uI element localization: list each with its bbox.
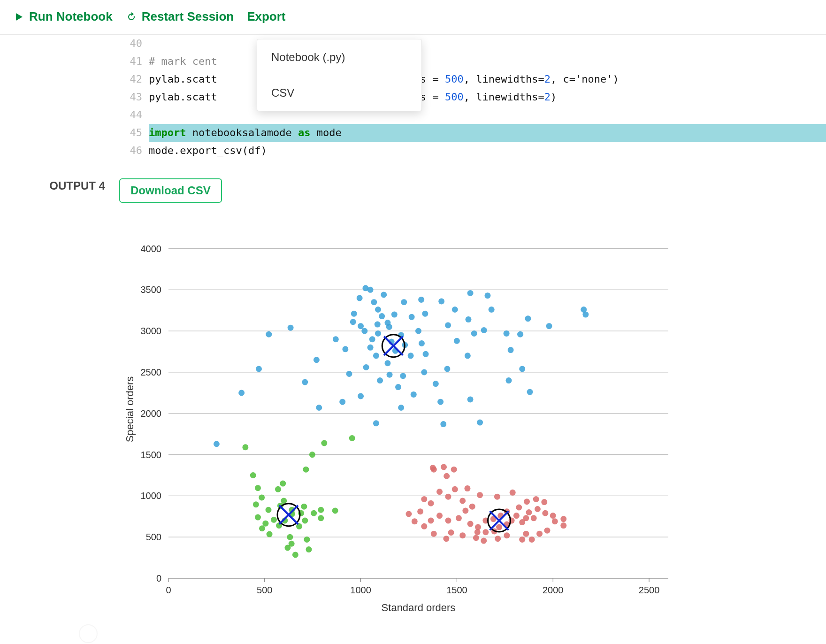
- svg-point-93: [421, 369, 427, 375]
- svg-point-72: [508, 347, 514, 353]
- svg-text:1000: 1000: [141, 491, 162, 501]
- svg-point-136: [259, 525, 265, 531]
- svg-point-62: [452, 307, 458, 313]
- svg-point-194: [459, 532, 466, 538]
- run-label: Run Notebook: [29, 9, 113, 24]
- svg-point-99: [467, 396, 474, 402]
- svg-point-105: [256, 366, 262, 372]
- svg-point-107: [214, 441, 220, 447]
- svg-text:1000: 1000: [350, 585, 371, 595]
- svg-text:500: 500: [146, 532, 161, 542]
- svg-point-46: [386, 324, 392, 330]
- svg-text:0: 0: [156, 573, 161, 583]
- svg-point-80: [400, 373, 406, 379]
- svg-point-145: [321, 440, 327, 446]
- svg-point-58: [409, 314, 415, 320]
- svg-point-120: [281, 498, 287, 504]
- svg-text:3500: 3500: [141, 284, 162, 295]
- svg-point-124: [301, 504, 307, 510]
- svg-point-180: [542, 510, 548, 516]
- svg-text:2500: 2500: [639, 585, 660, 595]
- svg-point-201: [417, 508, 423, 514]
- svg-point-146: [309, 452, 315, 458]
- svg-point-127: [332, 508, 338, 514]
- svg-point-56: [423, 351, 429, 357]
- code-cell[interactable]: 40414243444546 # mark centpylab.scatt ma…: [119, 35, 826, 160]
- code-body[interactable]: # mark centpylab.scatt marker='o', s = 5…: [149, 35, 826, 160]
- svg-point-41: [361, 328, 367, 334]
- svg-point-47: [375, 330, 381, 337]
- svg-point-53: [408, 353, 414, 359]
- svg-point-158: [467, 521, 474, 527]
- svg-point-114: [275, 486, 281, 492]
- svg-point-98: [440, 421, 446, 427]
- svg-point-115: [280, 481, 286, 487]
- svg-point-154: [445, 518, 451, 524]
- svg-point-104: [266, 331, 272, 337]
- svg-text:0: 0: [166, 585, 171, 595]
- svg-point-112: [250, 472, 256, 478]
- svg-text:Special orders: Special orders: [124, 376, 136, 443]
- svg-point-61: [438, 298, 444, 304]
- export-item-notebook[interactable]: Notebook (.py): [257, 39, 421, 75]
- export-button[interactable]: Export: [247, 9, 285, 24]
- output-label: OUTPUT 4: [0, 174, 119, 621]
- svg-point-204: [477, 492, 483, 498]
- svg-point-157: [469, 504, 475, 510]
- svg-point-60: [418, 297, 424, 303]
- svg-point-35: [371, 299, 377, 305]
- svg-point-31: [288, 325, 294, 331]
- svg-point-81: [411, 391, 417, 398]
- export-item-csv[interactable]: CSV: [257, 75, 421, 111]
- export-menu: Notebook (.py) CSV: [257, 39, 422, 111]
- svg-point-196: [443, 536, 449, 542]
- svg-point-82: [377, 377, 383, 383]
- restart-session-button[interactable]: Restart Session: [126, 9, 234, 24]
- svg-text:1500: 1500: [446, 585, 467, 595]
- svg-point-165: [496, 524, 502, 530]
- svg-point-64: [454, 338, 460, 344]
- svg-point-84: [346, 371, 352, 377]
- svg-point-33: [357, 295, 363, 301]
- svg-point-77: [582, 312, 589, 318]
- svg-point-207: [459, 498, 466, 504]
- svg-text:Standard orders: Standard orders: [382, 602, 456, 613]
- svg-point-57: [422, 311, 428, 317]
- svg-point-43: [379, 313, 385, 319]
- add-cell-icon[interactable]: [79, 624, 98, 643]
- svg-point-110: [387, 372, 393, 378]
- svg-text:500: 500: [257, 585, 272, 595]
- svg-point-200: [406, 511, 412, 517]
- svg-point-68: [467, 290, 474, 296]
- svg-point-129: [302, 518, 308, 524]
- svg-point-71: [504, 330, 510, 337]
- svg-point-199: [412, 518, 418, 524]
- download-csv-button[interactable]: Download CSV: [119, 178, 222, 203]
- svg-point-36: [381, 291, 387, 298]
- svg-point-87: [302, 379, 308, 385]
- svg-point-109: [373, 353, 379, 359]
- svg-point-144: [349, 435, 355, 441]
- restart-label: Restart Session: [142, 9, 234, 24]
- svg-point-102: [519, 366, 525, 372]
- svg-point-92: [384, 360, 390, 366]
- svg-point-205: [494, 494, 500, 500]
- svg-point-74: [525, 315, 531, 322]
- svg-point-138: [287, 534, 293, 540]
- svg-point-203: [464, 485, 470, 491]
- svg-point-100: [477, 420, 483, 426]
- svg-point-42: [375, 322, 381, 328]
- svg-point-65: [466, 316, 472, 322]
- svg-point-75: [546, 323, 552, 329]
- export-label: Export: [247, 9, 285, 24]
- svg-point-185: [544, 528, 550, 534]
- svg-point-190: [504, 532, 510, 538]
- scatter-svg: 0500100015002000250030003500400005001000…: [119, 226, 696, 621]
- run-notebook-button[interactable]: Run Notebook: [13, 9, 113, 24]
- svg-point-94: [465, 353, 471, 359]
- svg-point-54: [415, 328, 421, 334]
- svg-point-206: [510, 490, 516, 496]
- svg-point-133: [271, 517, 277, 523]
- svg-point-182: [552, 518, 558, 524]
- svg-point-187: [529, 537, 535, 543]
